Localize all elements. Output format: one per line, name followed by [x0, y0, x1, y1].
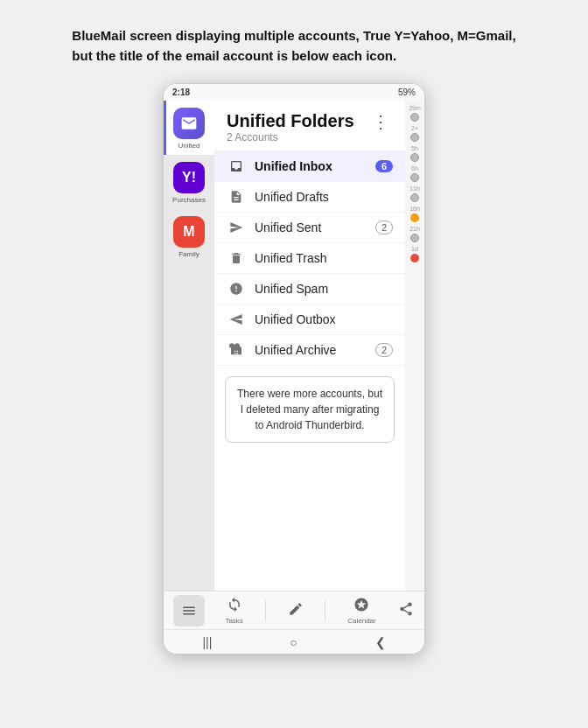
archive-icon	[227, 343, 246, 357]
drafts-icon	[227, 190, 246, 204]
caption: BlueMail screen displaying multiple acco…	[72, 26, 515, 66]
main-area: Unified Y! Purchases M Family Unified Fo…	[164, 101, 424, 591]
nav-items: Tasks Calendar	[214, 597, 424, 625]
timeline-item-7: 21h	[410, 226, 420, 244]
hash-icon	[354, 597, 369, 616]
edit-icon	[288, 601, 304, 620]
inbox-badge: 6	[375, 160, 393, 172]
hamburger-button[interactable]	[173, 595, 205, 626]
sent-icon	[227, 220, 246, 234]
more-menu-icon[interactable]: ⋮	[368, 111, 393, 132]
trash-icon	[227, 251, 246, 265]
timeline-item-4: 6h	[410, 165, 419, 184]
sidebar: Unified Y! Purchases M Family	[164, 101, 214, 591]
folder-row-inbox[interactable]: Unified Inbox 6	[214, 151, 405, 182]
nav-item-calendar[interactable]: Calendar	[347, 597, 375, 625]
outbox-label: Unified Outbox	[255, 312, 393, 326]
tasks-icon	[227, 597, 242, 616]
inbox-label: Unified Inbox	[255, 159, 375, 173]
archive-label: Unified Archive	[255, 343, 375, 357]
sent-label: Unified Sent	[255, 220, 375, 234]
timeline-item-8: 1d	[410, 246, 419, 264]
sidebar-item-unified[interactable]: Unified	[164, 101, 214, 155]
sidebar-label-unified: Unified	[178, 142, 200, 150]
status-icons: 59%	[398, 88, 416, 97]
timeline-item-3: 5h	[410, 145, 419, 164]
android-recents[interactable]: |||	[202, 635, 212, 649]
timeline-bar: 29m 2× 5h 6h 11h 16h	[405, 101, 424, 591]
sidebar-item-purchases[interactable]: Y! Purchases	[164, 155, 214, 209]
folder-header-text: Unified Folders 2 Accounts	[227, 111, 354, 144]
drafts-label: Unified Drafts	[255, 190, 393, 204]
phone-frame: 2:18 59% Unified Y! Purchases	[163, 83, 425, 654]
android-nav: ||| ○ ❮	[164, 629, 424, 654]
archive-badge: 2	[375, 343, 393, 357]
spam-icon	[227, 282, 246, 296]
note-text: There were more accounts, but I deleted …	[237, 388, 382, 431]
timeline-item-6: 16h	[410, 206, 420, 224]
folder-subtitle: 2 Accounts	[227, 131, 354, 144]
sent-badge: 2	[375, 220, 393, 234]
timeline-item-1: 29m	[409, 105, 421, 123]
sidebar-label-purchases: Purchases	[172, 196, 206, 204]
sidebar-label-family: Family	[178, 250, 200, 258]
tasks-label: Tasks	[225, 617, 242, 625]
folder-row-archive[interactable]: Unified Archive 2	[214, 335, 405, 366]
spam-label: Unified Spam	[255, 282, 393, 296]
folder-header: Unified Folders 2 Accounts ⋮	[214, 101, 405, 151]
content-panel: Unified Folders 2 Accounts ⋮ Unified Inb…	[214, 101, 405, 591]
outbox-icon	[227, 312, 246, 326]
sidebar-item-family[interactable]: M Family	[164, 209, 214, 263]
share-icon	[398, 601, 414, 620]
nav-divider-1	[265, 600, 266, 621]
status-time: 2:18	[172, 88, 190, 97]
bottom-nav: Tasks Calendar	[164, 591, 424, 629]
android-back[interactable]: ❮	[375, 635, 386, 649]
nav-divider-2	[325, 600, 326, 621]
yahoo-icon: Y!	[173, 162, 205, 193]
nav-item-tasks[interactable]: Tasks	[225, 597, 242, 625]
gmail-icon: M	[173, 216, 205, 248]
timeline-item-2: 2×	[410, 125, 419, 144]
folder-row-outbox[interactable]: Unified Outbox	[214, 304, 405, 335]
folder-list: Unified Inbox 6 Unified Drafts	[214, 151, 405, 591]
calendar-label: Calendar	[347, 617, 375, 625]
folder-row-trash[interactable]: Unified Trash	[214, 243, 405, 274]
timeline-item-5: 11h	[410, 186, 420, 204]
note-box: There were more accounts, but I deleted …	[225, 376, 395, 443]
folder-row-spam[interactable]: Unified Spam	[214, 274, 405, 304]
unified-icon	[173, 108, 205, 139]
status-battery: 59%	[398, 88, 416, 97]
folder-row-drafts[interactable]: Unified Drafts	[214, 182, 405, 213]
nav-hamburger-area	[164, 595, 214, 626]
android-home[interactable]: ○	[290, 635, 297, 649]
inbox-icon	[227, 159, 246, 173]
nav-item-share[interactable]	[398, 601, 414, 620]
nav-item-edit[interactable]	[288, 601, 304, 620]
status-bar: 2:18 59%	[164, 84, 424, 101]
trash-label: Unified Trash	[255, 251, 393, 265]
folder-row-sent[interactable]: Unified Sent 2	[214, 213, 405, 243]
folder-title: Unified Folders	[227, 111, 354, 131]
